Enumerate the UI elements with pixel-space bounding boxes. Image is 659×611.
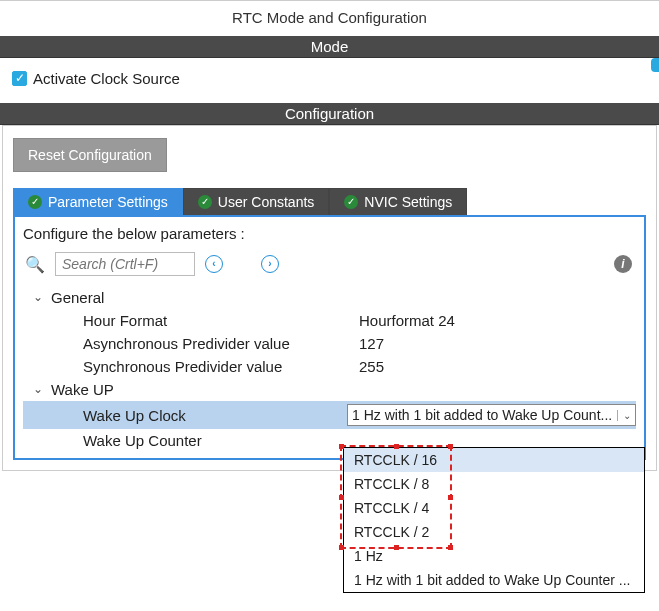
wakeup-clock-dropdown[interactable]: 1 Hz with 1 bit added to Wake Up Count..… xyxy=(347,404,636,426)
group-wakeup[interactable]: ⌄ Wake UP xyxy=(23,378,636,401)
group-label: General xyxy=(51,289,104,306)
activate-clock-source-checkbox[interactable]: ✓ xyxy=(12,71,27,86)
tab-user-constants[interactable]: ✓ User Constants xyxy=(183,188,329,215)
param-async-predivider[interactable]: Asynchronous Predivider value 127 xyxy=(23,332,636,355)
tab-label: User Constants xyxy=(218,194,314,210)
check-icon: ✓ xyxy=(344,195,358,209)
check-icon: ✓ xyxy=(28,195,42,209)
mode-banner-label: Mode xyxy=(311,38,349,55)
param-label: Hour Format xyxy=(83,312,359,329)
tab-bar: ✓ Parameter Settings ✓ User Constants ✓ … xyxy=(13,188,646,217)
parameter-settings-panel: Configure the below parameters : 🔍 ‹ › i… xyxy=(13,217,646,460)
dropdown-option[interactable]: 1 Hz xyxy=(344,544,644,568)
panel-title: Configure the below parameters : xyxy=(23,225,636,242)
chevron-down-icon: ⌄ xyxy=(33,382,45,396)
param-sync-predivider[interactable]: Synchronous Predivider value 255 xyxy=(23,355,636,378)
activate-clock-source-label: Activate Clock Source xyxy=(33,70,180,87)
mode-banner: Mode xyxy=(0,36,659,58)
tab-parameter-settings[interactable]: ✓ Parameter Settings xyxy=(13,188,183,215)
dropdown-value: 1 Hz with 1 bit added to Wake Up Count..… xyxy=(348,407,617,423)
dropdown-option[interactable]: RTCCLK / 16 xyxy=(344,448,644,472)
param-label: Wake Up Clock xyxy=(83,407,347,424)
param-label: Wake Up Counter xyxy=(83,432,359,449)
param-wakeup-clock[interactable]: Wake Up Clock 1 Hz with 1 bit added to W… xyxy=(23,401,636,429)
tab-label: NVIC Settings xyxy=(364,194,452,210)
wakeup-clock-dropdown-list[interactable]: RTCCLK / 16 RTCCLK / 8 RTCCLK / 4 RTCCLK… xyxy=(343,447,645,593)
prev-button[interactable]: ‹ xyxy=(205,255,223,273)
param-hour-format[interactable]: Hour Format Hourformat 24 xyxy=(23,309,636,332)
reset-configuration-button[interactable]: Reset Configuration xyxy=(13,138,167,172)
param-value: Hourformat 24 xyxy=(359,312,455,329)
window-title: RTC Mode and Configuration xyxy=(0,1,659,36)
group-label: Wake UP xyxy=(51,381,114,398)
check-icon: ✓ xyxy=(198,195,212,209)
chevron-down-icon: ⌄ xyxy=(33,290,45,304)
next-button[interactable]: › xyxy=(261,255,279,273)
scroll-indicator xyxy=(651,58,659,72)
dropdown-option[interactable]: RTCCLK / 8 xyxy=(344,472,644,496)
mode-section: ✓ Activate Clock Source xyxy=(0,58,659,103)
dropdown-option[interactable]: RTCCLK / 2 xyxy=(344,520,644,544)
configuration-banner-label: Configuration xyxy=(285,105,374,122)
param-value: 255 xyxy=(359,358,384,375)
dropdown-option[interactable]: 1 Hz with 1 bit added to Wake Up Counter… xyxy=(344,568,644,592)
panel-toolbar: 🔍 ‹ › i xyxy=(23,250,636,286)
parameter-tree: ⌄ General Hour Format Hourformat 24 Asyn… xyxy=(23,286,636,452)
configuration-banner: Configuration xyxy=(0,103,659,125)
param-label: Synchronous Predivider value xyxy=(83,358,359,375)
dropdown-option[interactable]: RTCCLK / 4 xyxy=(344,496,644,520)
chevron-down-icon: ⌄ xyxy=(617,410,635,421)
configuration-section: Reset Configuration ✓ Parameter Settings… xyxy=(2,125,657,471)
param-value: 127 xyxy=(359,335,384,352)
info-icon[interactable]: i xyxy=(614,255,632,273)
tab-label: Parameter Settings xyxy=(48,194,168,210)
tab-nvic-settings[interactable]: ✓ NVIC Settings xyxy=(329,188,467,215)
search-input[interactable] xyxy=(55,252,195,276)
search-icon[interactable]: 🔍 xyxy=(25,255,45,274)
group-general[interactable]: ⌄ General xyxy=(23,286,636,309)
param-label: Asynchronous Predivider value xyxy=(83,335,359,352)
activate-clock-source-row[interactable]: ✓ Activate Clock Source xyxy=(12,70,647,87)
